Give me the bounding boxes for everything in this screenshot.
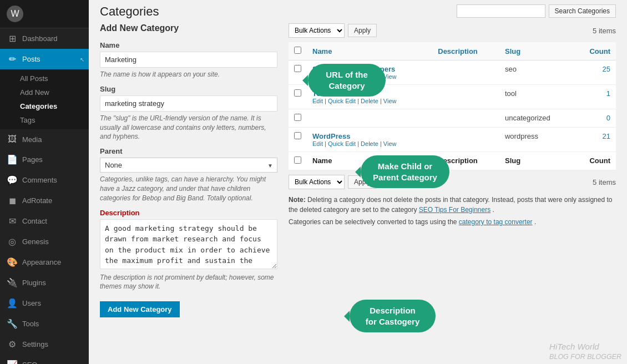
slug-input[interactable] <box>100 95 277 112</box>
main-content: Categories Search Categories Add New Cat… <box>89 0 627 364</box>
category-slug: tool <box>499 85 574 109</box>
sidebar-item-label: Dashboard <box>22 34 58 43</box>
category-description <box>432 85 499 109</box>
table-row: Name Description Slug Count <box>289 152 616 170</box>
bulk-actions-select-top[interactable]: Bulk Actions <box>289 23 345 38</box>
edit-link[interactable]: Edit <box>312 140 323 147</box>
parent-select-wrap: None <box>100 158 277 173</box>
category-link[interactable]: WordPress <box>312 132 350 140</box>
content-area: Add New Category Name The name is how it… <box>89 23 627 364</box>
sidebar-item-tags[interactable]: Tags <box>0 113 89 127</box>
category-count: 0 <box>574 109 616 128</box>
top-bulk-bar: Bulk Actions Apply 5 items <box>289 23 616 38</box>
view-link[interactable]: View <box>383 140 397 147</box>
table-panel: Bulk Actions Apply 5 items Name Descript… <box>289 23 616 353</box>
bulk-actions-select-bottom[interactable]: Bulk Actions <box>289 175 345 189</box>
sidebar-item-genesis[interactable]: ◎ Genesis <box>0 231 89 252</box>
select-all-checkbox[interactable] <box>294 47 301 54</box>
description-textarea[interactable]: A good marketing strategy should be draw… <box>100 219 277 269</box>
sidebar-item-tools[interactable]: 🔧 Tools <box>0 314 89 334</box>
add-new-category-button[interactable]: Add New Category <box>100 301 180 317</box>
edit-link[interactable]: Edit <box>312 98 323 104</box>
apply-button-top[interactable]: Apply <box>348 24 377 37</box>
row-actions: Edit | Quick Edit | Delete | View <box>312 73 427 80</box>
sidebar-item-label: Posts <box>22 55 41 63</box>
search-categories-button[interactable]: Search Categories <box>549 4 616 18</box>
delete-link[interactable]: Delete <box>361 98 378 104</box>
sidebar-item-label: Pages <box>22 155 43 164</box>
parent-select[interactable]: None <box>100 158 277 173</box>
category-link[interactable]: Tool <box>312 89 327 98</box>
parent-field-group: Parent None Categories, unlike tags, can… <box>100 147 277 203</box>
quick-edit-link[interactable]: Quick Edit <box>328 140 356 147</box>
col-header-name[interactable]: Name <box>307 42 432 60</box>
description-field-group: Description A good marketing strategy sh… <box>100 209 277 292</box>
row-checkbox[interactable] <box>294 65 301 72</box>
plugins-icon: 🔌 <box>7 277 18 288</box>
col-header-description[interactable]: Description <box>432 42 499 60</box>
category-name-empty <box>307 109 432 128</box>
sidebar-item-add-new[interactable]: Add New <box>0 85 89 99</box>
form-title: Add New Category <box>100 23 277 33</box>
form-panel: Add New Category Name The name is how it… <box>100 23 277 353</box>
sidebar-item-plugins[interactable]: 🔌 Plugins <box>0 272 89 293</box>
edit-link[interactable]: Edit <box>312 73 323 80</box>
sidebar-item-contact[interactable]: ✉ Contact <box>0 211 89 231</box>
category-slug: uncategorized <box>499 109 574 128</box>
sidebar-item-posts[interactable]: ✏ Posts ↖ <box>0 49 89 69</box>
name-input[interactable] <box>100 52 277 68</box>
view-link[interactable]: View <box>383 98 397 104</box>
view-link[interactable]: View <box>383 73 397 80</box>
category-count: 21 <box>574 128 616 152</box>
quick-edit-link[interactable]: Quick Edit <box>328 73 356 80</box>
row-checkbox[interactable] <box>294 89 301 97</box>
sidebar-item-settings[interactable]: ⚙ Settings <box>0 334 89 355</box>
category-slug: wordpress <box>499 128 574 152</box>
col-header-desc-footer: Description <box>432 152 499 170</box>
page-title: Categories <box>100 4 159 19</box>
note-label: Note: <box>289 196 306 204</box>
row-checkbox[interactable] <box>294 156 301 164</box>
note-text4: . <box>534 218 536 226</box>
note-text2: . <box>493 206 494 214</box>
search-bar: Search Categories <box>457 4 616 18</box>
category-count: 1 <box>574 85 616 109</box>
search-input[interactable] <box>457 4 545 18</box>
bottom-bulk-bar: Bulk Actions Apply 5 items <box>289 175 616 189</box>
name-field-group: Name The name is how it appears on your … <box>100 41 277 79</box>
apply-button-bottom[interactable]: Apply <box>348 175 377 189</box>
col-header-slug[interactable]: Slug <box>499 42 574 60</box>
row-checkbox[interactable] <box>294 132 301 139</box>
category-description <box>432 60 499 85</box>
note-link2[interactable]: category to tag converter <box>459 218 533 226</box>
sidebar-item-seo[interactable]: 📈 SEO <box>0 355 89 364</box>
table-row: SEO Tips For Beginners Edit | Quick Edit… <box>289 60 616 85</box>
sidebar-item-dashboard[interactable]: ⊞ Dashboard <box>0 28 89 49</box>
name-hint: The name is how it appears on your site. <box>100 70 277 79</box>
sidebar-item-adrotate[interactable]: ◼ AdRotate <box>0 190 89 211</box>
row-checkbox[interactable] <box>294 114 301 121</box>
col-header-count[interactable]: Count <box>574 42 616 60</box>
topbar: Categories Search Categories <box>89 0 627 23</box>
note-link1[interactable]: SEO Tips For Beginners <box>419 206 491 214</box>
delete-link[interactable]: Delete <box>361 73 378 80</box>
col-header-name-footer: Name <box>307 152 432 170</box>
sidebar-item-appearance[interactable]: 🎨 Appearance <box>0 252 89 272</box>
category-slug: seo <box>499 60 574 85</box>
delete-link[interactable]: Delete <box>361 140 378 147</box>
sidebar-item-users[interactable]: 👤 Users <box>0 293 89 314</box>
sidebar-item-comments[interactable]: 💬 Comments <box>0 170 89 190</box>
slug-label: Slug <box>100 85 277 93</box>
col-header-slug-footer: Slug <box>499 152 574 170</box>
wp-logo-icon: W <box>7 6 23 22</box>
sidebar-item-pages[interactable]: 📄 Pages <box>0 149 89 170</box>
quick-edit-link[interactable]: Quick Edit <box>328 98 356 104</box>
tools-icon: 🔧 <box>7 318 18 329</box>
sidebar-item-categories[interactable]: Categories <box>0 99 89 113</box>
parent-hint: Categories, unlike tags, can have a hier… <box>100 175 277 203</box>
row-actions: Edit | Quick Edit | Delete | View <box>312 98 427 104</box>
sidebar-item-media[interactable]: 🖼 Media <box>0 129 89 149</box>
category-link[interactable]: SEO Tips For Beginners <box>312 65 395 73</box>
adrotate-icon: ◼ <box>7 195 18 206</box>
sidebar-item-all-posts[interactable]: All Posts <box>0 72 89 85</box>
